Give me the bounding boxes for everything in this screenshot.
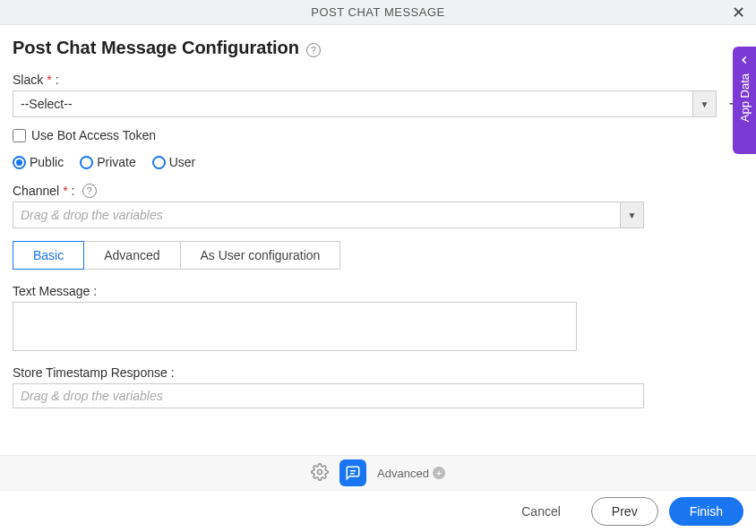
gear-icon[interactable] (311, 463, 329, 484)
slack-field: Slack * : --Select-- ▼ + (13, 73, 743, 117)
footer: Cancel Prev Finish (0, 491, 756, 532)
plus-circle-icon: + (433, 467, 445, 479)
slack-label: Slack * : (13, 73, 743, 87)
app-data-label: App Data (738, 73, 752, 122)
tab-basic[interactable]: Basic (13, 241, 84, 270)
required-marker: * (47, 73, 51, 87)
help-icon[interactable]: ? (82, 184, 97, 198)
tab-advanced[interactable]: Advanced (84, 241, 180, 270)
channel-placeholder: Drag & drop the variables (13, 208, 620, 222)
tab-row: Basic Advanced As User configuration (13, 241, 743, 270)
help-icon[interactable]: ? (306, 43, 321, 57)
page-title: Post Chat Message Configuration (13, 38, 299, 58)
timestamp-placeholder: Drag & drop the variables (21, 389, 163, 403)
bot-token-checkbox[interactable] (13, 129, 26, 142)
app-data-tab[interactable]: App Data (733, 47, 756, 154)
tab-as-user[interactable]: As User configuration (181, 241, 341, 270)
close-icon[interactable]: ✕ (732, 4, 745, 21)
bot-token-label: Use Bot Access Token (31, 128, 156, 142)
channel-select[interactable]: Drag & drop the variables ▼ (13, 202, 644, 228)
bot-token-row[interactable]: Use Bot Access Token (13, 128, 743, 142)
bottom-toolbar: Advanced + (0, 455, 756, 491)
modal-header: POST CHAT MESSAGE ✕ (0, 0, 756, 25)
svg-point-0 (318, 469, 322, 474)
slack-select[interactable]: --Select-- ▼ (13, 90, 717, 117)
chat-icon[interactable] (339, 459, 366, 486)
timestamp-field: Store Timestamp Response : Drag & drop t… (13, 365, 743, 408)
prev-button[interactable]: Prev (591, 497, 658, 526)
radio-user-label: User (169, 155, 196, 169)
finish-button[interactable]: Finish (669, 497, 743, 526)
chevron-down-icon[interactable]: ▼ (620, 202, 643, 227)
radio-circle-icon (13, 156, 26, 169)
chevron-left-icon (738, 54, 751, 66)
timestamp-label: Store Timestamp Response : (13, 365, 743, 380)
cancel-button[interactable]: Cancel (502, 498, 580, 525)
required-marker: * (63, 184, 67, 198)
advanced-toggle[interactable]: Advanced + (377, 467, 445, 480)
radio-circle-icon (152, 156, 166, 169)
timestamp-input[interactable]: Drag & drop the variables (13, 383, 644, 408)
radio-user[interactable]: User (152, 155, 196, 169)
chevron-down-icon[interactable]: ▼ (692, 91, 716, 116)
text-message-field: Text Message : (13, 284, 743, 351)
content-area: Post Chat Message Configuration ? Slack … (0, 25, 756, 408)
channel-label: Channel * : ? (13, 184, 743, 198)
radio-public[interactable]: Public (13, 155, 64, 169)
radio-public-label: Public (30, 155, 64, 169)
radio-private[interactable]: Private (80, 155, 136, 169)
text-message-input[interactable] (13, 302, 577, 351)
text-message-label: Text Message : (13, 284, 743, 298)
slack-label-text: Slack (13, 73, 43, 87)
modal-title: POST CHAT MESSAGE (311, 5, 444, 19)
slack-select-value: --Select-- (13, 97, 692, 111)
radio-circle-icon (80, 156, 93, 169)
visibility-row: Public Private User (13, 155, 743, 169)
advanced-toggle-label: Advanced (377, 467, 429, 480)
radio-private-label: Private (97, 155, 136, 169)
channel-field: Channel * : ? Drag & drop the variables … (13, 184, 743, 228)
channel-label-text: Channel (13, 184, 59, 198)
